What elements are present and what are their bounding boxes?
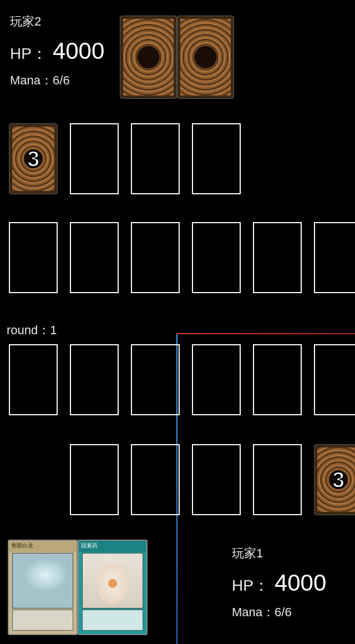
opponent-label: 玩家2 bbox=[10, 13, 104, 30]
player-hp: HP： 4000 bbox=[232, 570, 326, 596]
opponent-mana: Mana：6/6 bbox=[10, 72, 104, 89]
card-textbox bbox=[82, 610, 143, 631]
player-spell-slot[interactable] bbox=[70, 444, 119, 515]
opponent-front-row bbox=[9, 222, 355, 293]
card-art bbox=[82, 553, 143, 608]
player-mana: Mana：6/6 bbox=[232, 604, 326, 621]
player-stats: 玩家1 HP： 4000 Mana：6/6 bbox=[232, 545, 326, 621]
hp-label: HP： bbox=[232, 575, 269, 596]
opponent-hand-card[interactable] bbox=[177, 16, 234, 99]
round-indicator: round：1 bbox=[7, 322, 57, 339]
opponent-spell-slot[interactable] bbox=[192, 123, 241, 194]
opponent-extra-slot[interactable] bbox=[314, 222, 355, 293]
opponent-deck[interactable]: 3 bbox=[9, 123, 58, 194]
player-monster-slot[interactable] bbox=[314, 344, 355, 415]
card-title: 青眼白龙 bbox=[9, 541, 77, 552]
opponent-hand bbox=[120, 16, 234, 99]
opponent-spell-slot[interactable] bbox=[131, 123, 180, 194]
player-extra-slot[interactable] bbox=[9, 344, 58, 415]
card-art bbox=[12, 553, 73, 608]
opponent-mana-value: 6/6 bbox=[53, 73, 70, 87]
player-spell-slot[interactable] bbox=[192, 444, 241, 515]
opponent-monster-slot[interactable] bbox=[131, 222, 180, 293]
player-spell-slot[interactable] bbox=[253, 444, 302, 515]
player-hp-value: 4000 bbox=[275, 570, 326, 596]
player-hand-card[interactable]: 回复药 bbox=[78, 540, 148, 635]
round-value: 1 bbox=[50, 323, 57, 337]
opponent-monster-slot[interactable] bbox=[253, 222, 302, 293]
card-textbox bbox=[12, 610, 73, 631]
player-spell-slot[interactable] bbox=[131, 444, 180, 515]
opponent-hp-value: 4000 bbox=[53, 38, 104, 64]
player-front-row bbox=[9, 344, 355, 415]
opponent-stats: 玩家2 HP： 4000 Mana：6/6 bbox=[10, 13, 104, 89]
divider-horizontal bbox=[176, 333, 355, 334]
mana-label: Mana： bbox=[10, 73, 53, 87]
opponent-hand-card[interactable] bbox=[120, 16, 177, 99]
mana-label: Mana： bbox=[232, 605, 275, 619]
player-hand: 青眼白龙 回复药 bbox=[8, 540, 148, 635]
player-monster-slot[interactable] bbox=[192, 344, 241, 415]
opponent-hp: HP： 4000 bbox=[10, 38, 104, 64]
card-title: 回复药 bbox=[79, 541, 146, 552]
opponent-spell-slot[interactable] bbox=[70, 123, 119, 194]
player-monster-slot[interactable] bbox=[131, 344, 180, 415]
round-label: round： bbox=[7, 323, 50, 337]
opponent-monster-slot[interactable] bbox=[192, 222, 241, 293]
player-monster-slot[interactable] bbox=[253, 344, 302, 415]
player-deck[interactable]: 3 bbox=[314, 444, 355, 515]
hp-label: HP： bbox=[10, 43, 47, 64]
player-mana-value: 6/6 bbox=[275, 605, 292, 619]
player-hand-card[interactable]: 青眼白龙 bbox=[8, 540, 78, 635]
player-deck-count: 3 bbox=[332, 467, 344, 492]
opponent-back-row: 3 bbox=[9, 123, 241, 194]
opponent-deck-count: 3 bbox=[27, 147, 39, 172]
opponent-monster-slot[interactable] bbox=[9, 222, 58, 293]
player-label: 玩家1 bbox=[232, 545, 326, 562]
player-monster-slot[interactable] bbox=[70, 344, 119, 415]
player-back-row: 3 bbox=[70, 444, 355, 515]
opponent-monster-slot[interactable] bbox=[70, 222, 119, 293]
